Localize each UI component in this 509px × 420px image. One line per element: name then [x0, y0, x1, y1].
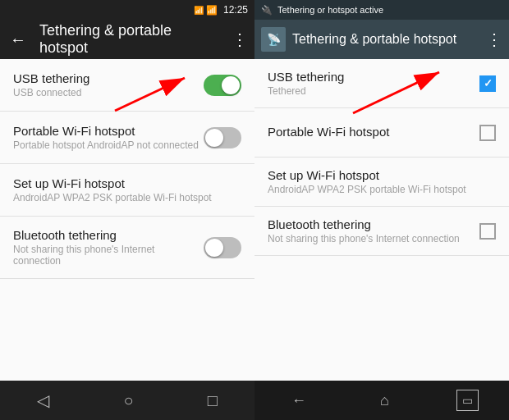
right-setup-wifi-title: Set up Wi-Fi hotspot — [268, 168, 496, 182]
left-settings-list: USB tethering USB connected Portable Wi-… — [0, 59, 254, 381]
more-options-button[interactable]: ⋮ — [232, 30, 248, 49]
toggle-thumb-wifi — [205, 129, 223, 147]
toolbar-icon-box: 📡 — [261, 27, 286, 52]
hotspot-active-icon: 🔌 — [261, 5, 273, 16]
wifi-hotspot-item[interactable]: Portable Wi-Fi hotspot Portable hotspot … — [0, 112, 254, 164]
right-home-nav-icon[interactable]: ⌂ — [374, 386, 396, 416]
wifi-icon: 📶 — [206, 5, 218, 16]
right-setup-wifi-text: Set up Wi-Fi hotspot AndroidAP WPA2 PSK … — [268, 168, 496, 195]
right-usb-tethering-text: USB tethering Tethered — [268, 70, 479, 97]
bluetooth-tethering-subtitle: Not sharing this phone's Internet connec… — [13, 244, 204, 267]
wifi-hotspot-toggle[interactable] — [204, 127, 241, 148]
usb-tethering-item[interactable]: USB tethering USB connected — [0, 59, 254, 112]
right-usb-tethering-item[interactable]: USB tethering Tethered — [254, 59, 509, 108]
right-settings-list: USB tethering Tethered Portable Wi-Fi ho… — [254, 59, 509, 381]
bluetooth-tethering-checkbox[interactable] — [479, 223, 496, 240]
right-wifi-hotspot-item[interactable]: Portable Wi-Fi hotspot — [254, 108, 509, 158]
right-setup-wifi-item[interactable]: Set up Wi-Fi hotspot AndroidAP WPA2 PSK … — [254, 158, 509, 207]
right-setup-wifi-subtitle: AndroidAP WPA2 PSK portable Wi-Fi hotspo… — [268, 184, 496, 195]
right-recents-nav-icon[interactable]: ▭ — [456, 390, 479, 411]
bluetooth-tethering-text: Bluetooth tethering Not sharing this pho… — [13, 228, 204, 267]
wifi-hotspot-checkbox[interactable] — [479, 125, 496, 141]
bluetooth-tethering-item[interactable]: Bluetooth tethering Not sharing this pho… — [0, 217, 254, 279]
wifi-hotspot-subtitle: Portable hotspot AndroidAP not connected — [13, 139, 204, 151]
wifi-hotspot-icon: 📡 — [267, 33, 281, 46]
left-nav-bar: ◁ ○ □ — [0, 381, 254, 420]
wifi-hotspot-text: Portable Wi-Fi hotspot Portable hotspot … — [13, 124, 204, 151]
setup-wifi-text: Set up Wi-Fi hotspot AndroidAP WPA2 PSK … — [13, 176, 241, 203]
right-back-nav-icon[interactable]: ← — [285, 386, 313, 416]
home-nav-icon[interactable]: ○ — [117, 385, 140, 417]
signal-icon: 📶 — [194, 6, 204, 15]
left-panel: 📶 📶 12:25 ← Tethering & portable hotspot… — [0, 0, 254, 420]
status-icons: 📶 📶 12:25 — [194, 4, 248, 16]
usb-tethering-title: USB tethering — [13, 71, 204, 85]
right-nav-bar: ← ⌂ ▭ — [254, 381, 509, 420]
right-bluetooth-tethering-text: Bluetooth tethering Not sharing this pho… — [268, 217, 479, 244]
usb-tethering-checkbox[interactable] — [479, 75, 496, 92]
left-toolbar: ← Tethering & portable hotspot ⋮ — [0, 20, 254, 59]
toggle-thumb — [222, 76, 240, 94]
left-status-bar: 📶 📶 12:25 — [0, 0, 254, 20]
left-toolbar-title: Tethering & portable hotspot — [39, 22, 222, 57]
right-panel: 🔌 Tethering or hotspot active 📡 Tetherin… — [254, 0, 509, 420]
right-toolbar-title: Tethering & portable hotspot — [292, 32, 479, 47]
time-display: 12:25 — [223, 4, 248, 16]
right-toolbar: 📡 Tethering & portable hotspot ⋮ — [254, 20, 509, 59]
bluetooth-tethering-title: Bluetooth tethering — [13, 228, 204, 242]
usb-tethering-toggle[interactable] — [204, 75, 241, 96]
right-wifi-hotspot-text: Portable Wi-Fi hotspot — [268, 125, 479, 140]
right-bluetooth-tethering-item[interactable]: Bluetooth tethering Not sharing this pho… — [254, 207, 509, 256]
setup-wifi-subtitle: AndroidAP WPA2 PSK portable Wi-Fi hotspo… — [13, 192, 241, 203]
right-bluetooth-tethering-title: Bluetooth tethering — [268, 217, 479, 231]
setup-wifi-title: Set up Wi-Fi hotspot — [13, 176, 241, 190]
right-more-options-button[interactable]: ⋮ — [486, 30, 502, 49]
back-nav-icon[interactable]: ◁ — [30, 384, 56, 417]
bluetooth-tethering-toggle[interactable] — [204, 237, 241, 258]
right-usb-tethering-title: USB tethering — [268, 70, 479, 84]
right-usb-tethering-subtitle: Tethered — [268, 85, 479, 97]
right-notification-bar: 🔌 Tethering or hotspot active — [254, 0, 509, 20]
wifi-hotspot-title: Portable Wi-Fi hotspot — [13, 124, 204, 138]
recents-nav-icon[interactable]: □ — [201, 385, 224, 417]
usb-tethering-text: USB tethering USB connected — [13, 71, 204, 98]
notification-text: Tethering or hotspot active — [277, 5, 502, 15]
toggle-thumb-bt — [205, 239, 223, 257]
usb-tethering-subtitle: USB connected — [13, 87, 204, 98]
back-button[interactable]: ← — [7, 27, 30, 52]
right-bluetooth-tethering-subtitle: Not sharing this phone's Internet connec… — [268, 233, 479, 244]
right-wifi-hotspot-title: Portable Wi-Fi hotspot — [268, 125, 479, 139]
setup-wifi-item[interactable]: Set up Wi-Fi hotspot AndroidAP WPA2 PSK … — [0, 164, 254, 217]
